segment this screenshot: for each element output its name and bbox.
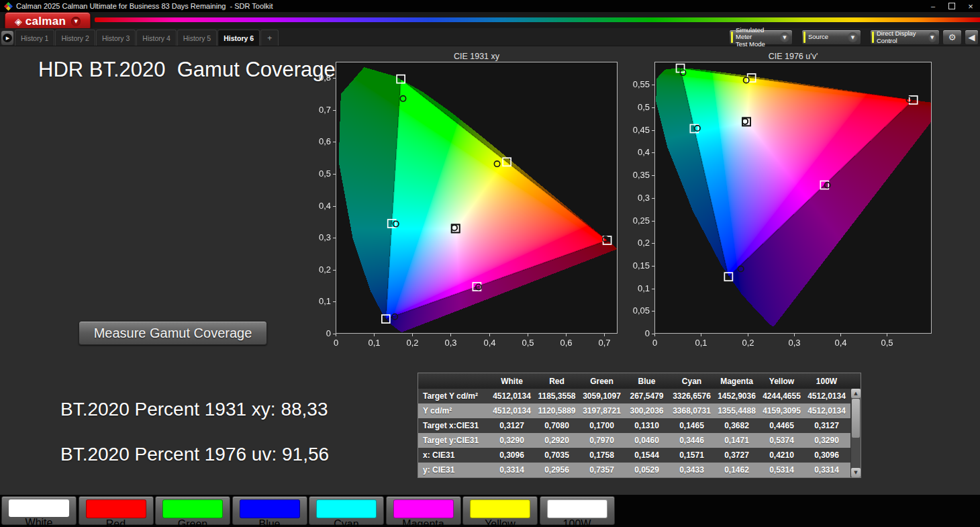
table-cell: 300,2036 <box>624 406 669 416</box>
chevron-down-icon: ▼ <box>71 17 81 26</box>
maximize-icon[interactable] <box>942 0 961 12</box>
page-title: HDR BT.2020 Gamut Coverage <box>38 58 336 82</box>
swatch-green[interactable]: Green <box>155 496 230 525</box>
scroll-down-icon[interactable]: ▼ <box>851 468 861 477</box>
add-tab-button[interactable]: + <box>260 30 279 46</box>
table-cell: 4512,0134 <box>489 391 534 401</box>
table-cell: 267,5479 <box>624 391 669 401</box>
table-cell: 0,0460 <box>624 436 669 445</box>
tab-history-5[interactable]: History 5 <box>177 30 217 46</box>
window-title: Calman 2025 Calman Ultimate for Business… <box>16 2 273 10</box>
table-cell: 0,3682 <box>714 421 759 430</box>
accent-bar <box>803 32 805 43</box>
rainbow-strip <box>95 17 980 22</box>
swatch-label: White <box>2 517 76 527</box>
table-cell: 0,5374 <box>759 436 804 445</box>
title-bar: Calman 2025 Calman Ultimate for Business… <box>0 0 980 12</box>
chevron-down-icon: ▼ <box>780 32 789 42</box>
dropdown-label: Simulated MeterTest Mode <box>736 27 780 48</box>
table-cell: 3197,8721 <box>579 406 624 416</box>
dropdown-label-line2: Test Mode <box>736 41 780 48</box>
scroll-up-icon[interactable]: ▲ <box>851 389 861 398</box>
dropdown-source[interactable]: Source▼ <box>801 30 861 45</box>
table-cell: 0,3290 <box>804 436 849 445</box>
table-cell: 3326,6576 <box>669 391 714 401</box>
table-cell: 0,4210 <box>759 450 804 460</box>
swatch-label: Blue <box>233 518 307 527</box>
table-cell: 0,2920 <box>534 436 579 445</box>
scrollbar-thumb[interactable] <box>852 399 860 438</box>
app-icon <box>5 3 12 10</box>
settings-gear-button[interactable]: ⚙ <box>942 30 962 45</box>
expand-tabs-button[interactable]: ▶ <box>1 30 14 46</box>
table-row: Target x:CIE310,31270,70800,17000,13100,… <box>418 418 861 433</box>
swatch-label: Yellow <box>463 518 537 527</box>
swatch-magenta[interactable]: Magenta <box>386 496 461 525</box>
swatch-color <box>470 499 530 518</box>
tab-history-2[interactable]: History 2 <box>55 30 95 46</box>
table-cell: 4244,4655 <box>759 391 804 401</box>
tab-history-3[interactable]: History 3 <box>96 30 136 46</box>
table-cell: 0,3314 <box>489 465 534 475</box>
swatch-white[interactable]: White <box>1 496 77 525</box>
tab-history-1[interactable]: History 1 <box>15 30 54 46</box>
accent-bar <box>872 32 874 43</box>
bottom-bar: WhiteRedGreenBlueCyanMagentaYellow100W ▲… <box>0 495 980 527</box>
row-label: Target y:CIE31 <box>418 436 489 445</box>
table-cell: 3368,0731 <box>669 406 714 416</box>
calman-menu-button[interactable]: ◈ calman ▼ <box>5 12 91 30</box>
dropdown-label-line1: Source <box>808 34 828 41</box>
dropdown-label: Direct Display Control <box>877 30 928 44</box>
swatch-color <box>162 499 223 518</box>
tab-history-4[interactable]: History 4 <box>136 30 176 46</box>
table-cell: 0,2956 <box>534 465 579 475</box>
table-cell: 0,1700 <box>579 421 624 430</box>
table-cell: 0,1571 <box>669 450 714 460</box>
collapse-panel-button[interactable]: ◀ <box>965 30 979 45</box>
swatch-blue[interactable]: Blue <box>232 496 307 525</box>
row-label: y: CIE31 <box>418 465 489 475</box>
swatch-label: 100W <box>540 518 614 527</box>
swatch-label: Cyan <box>309 518 383 527</box>
table-cell: 0,3314 <box>804 465 849 475</box>
measure-gamut-coverage-button[interactable]: Measure Gamut Coverage <box>79 321 267 345</box>
row-label: Target x:CIE31 <box>418 421 489 430</box>
column-header-yellow: Yellow <box>759 377 804 386</box>
swatch-color <box>393 499 454 518</box>
close-icon[interactable]: × <box>961 0 980 12</box>
table-header-row: WhiteRedGreenBlueCyanMagentaYellow100W <box>418 373 861 389</box>
table-cell: 0,3290 <box>489 436 534 445</box>
swatch-yellow[interactable]: Yellow <box>462 496 538 525</box>
play-right-icon: ▶ <box>3 34 12 42</box>
swatch-100w[interactable]: 100W <box>540 496 615 525</box>
table-cell: 0,7357 <box>579 465 624 475</box>
column-header-magenta: Magenta <box>714 377 759 386</box>
percent-1931-text: BT.2020 Percent 1931 xy: 88,33 <box>60 399 328 420</box>
table-cell: 0,7080 <box>534 421 579 430</box>
table-cell: 0,1758 <box>579 450 624 460</box>
table-cell: 0,3727 <box>714 450 759 460</box>
menu-bar: ◈ calman ▼ <box>0 12 980 28</box>
calman-logo-text: calman <box>26 15 66 28</box>
dropdown-direct-display-control[interactable]: Direct Display Control▼ <box>870 30 940 45</box>
column-header-white: White <box>489 377 534 386</box>
minimize-icon[interactable]: – <box>924 0 942 12</box>
tab-history-6[interactable]: History 6 <box>217 30 260 46</box>
table-cell: 4512,0134 <box>804 406 849 416</box>
table-scrollbar[interactable]: ▲ ▼ <box>850 389 861 477</box>
dropdown-simulated-meter[interactable]: Simulated MeterTest Mode▼ <box>729 30 793 45</box>
swatch-cyan[interactable]: Cyan <box>309 496 384 525</box>
table-row: y: CIE310,33140,29560,73570,05290,34330,… <box>418 463 861 477</box>
table-cell: 0,1310 <box>624 421 669 430</box>
table-cell: 0,4465 <box>759 421 804 430</box>
table-row: Target Y cd/m²4512,01341185,35583059,109… <box>418 389 861 403</box>
swatch-red[interactable]: Red <box>79 496 154 525</box>
history-tab-strip: History 1History 2History 3History 4Hist… <box>15 30 279 46</box>
dropdown-label-line1: Direct Display Control <box>877 30 928 44</box>
accent-bar <box>731 32 733 43</box>
row-label: Y cd/m² <box>418 406 489 416</box>
swatch-color <box>316 499 377 518</box>
column-header-100w: 100W <box>804 377 849 386</box>
table-cell: 0,3096 <box>804 450 849 460</box>
swatch-label: Magenta <box>387 518 460 527</box>
